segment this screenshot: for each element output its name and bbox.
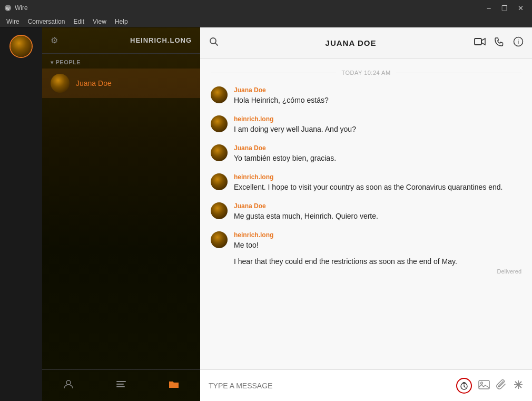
message-sender: heinrich.long [234,173,521,181]
avatar [211,231,228,248]
table-row: heinrich.long I am doing very well Juana… [211,115,521,135]
app-container: ⚙ HEINRICH.LONG ▾ PEOPLE Juana Doe [0,27,532,401]
contact-item-juana[interactable]: Juana Doe [42,69,200,98]
extras-icon[interactable] [513,379,524,392]
message-sender: Juana Doe [234,202,521,210]
people-section-label: ▾ PEOPLE [42,54,200,69]
chat-contact-name: JUANA DOE [228,38,474,47]
people-header: ⚙ HEINRICH.LONG [42,27,200,54]
avatar [211,173,228,190]
avatar-sidebar [0,27,42,401]
minimize-button[interactable]: – [481,3,496,13]
table-row: Juana Doe Yo también estoy bien, gracias… [211,144,521,164]
svg-point-6 [210,38,216,44]
message-sender: heinrich.long [234,231,521,239]
message-text: Excellent. I hope to visit your country … [234,182,521,193]
menu-help[interactable]: Help [111,17,132,26]
chat-input-area [200,369,532,401]
image-icon[interactable] [478,379,490,392]
menu-bar: Wire Conversation Edit View Help [0,16,532,27]
avatar[interactable] [9,35,33,58]
title-bar: w Wire – ❐ ✕ [0,0,532,16]
message-status: Delivered [497,267,521,276]
svg-rect-11 [479,380,489,389]
svg-text:i: i [518,38,519,45]
message-sender: heinrich.long [234,115,521,123]
messages-area[interactable]: TODAY 10:24 AM Juana Doe Hola Heinrich, … [200,59,532,369]
message-text: I am doing very well Juana. And you? [234,124,521,135]
app-icon: w [4,4,12,12]
svg-point-2 [66,380,71,385]
message-content: heinrich.long I am doing very well Juana… [234,115,521,135]
message-text: Me too! [234,240,521,251]
close-button[interactable]: ✕ [513,3,528,13]
chevron-down-icon: ▾ [51,60,54,65]
phone-call-icon[interactable] [494,36,505,50]
app-title: Wire [15,4,28,12]
message-sender: Juana Doe [234,144,521,152]
menu-conversation[interactable]: Conversation [24,17,70,26]
table-row: Juana Doe Me gusta esta much, Heinrich. … [211,202,521,222]
avatar [211,86,228,103]
title-bar-left: w Wire [4,4,28,12]
search-icon[interactable] [209,36,219,50]
svg-text:w: w [6,6,10,11]
menu-wire[interactable]: Wire [2,17,24,26]
svg-point-12 [481,382,483,384]
username-label: HEINRICH.LONG [130,36,192,44]
svg-rect-5 [116,386,125,387]
title-bar-controls: – ❐ ✕ [481,3,528,13]
table-row: Juana Doe Hola Heinrich, ¿cómo estás? [211,86,521,106]
message-sender: Juana Doe [234,86,521,94]
message-text: Me gusta esta much, Heinrich. Quiero ver… [234,211,521,222]
menu-view[interactable]: View [88,17,111,26]
table-row: heinrich.long Me too! I hear that they c… [211,231,521,267]
svg-rect-4 [116,384,124,385]
menu-edit[interactable]: Edit [69,17,88,26]
section-title: PEOPLE [56,59,81,65]
message-content: Juana Doe Me gusta esta much, Heinrich. … [234,202,521,222]
chat-header-actions: i [474,36,524,50]
chat-header: JUANA DOE i [200,27,532,59]
date-divider: TODAY 10:24 AM [211,70,521,76]
message-content: Juana Doe Hola Heinrich, ¿cómo estás? [234,86,521,106]
chat-panel: JUANA DOE i [200,27,532,401]
settings-icon[interactable]: ⚙ [51,35,58,45]
info-icon[interactable]: i [513,36,524,50]
attachment-icon[interactable] [496,379,507,393]
message-text: Yo también estoy bien, gracias. [234,153,521,164]
message-content: heinrich.long Excellent. I hope to visit… [234,173,521,193]
people-bottom-bar [42,369,200,401]
avatar [211,115,228,132]
people-panel: ⚙ HEINRICH.LONG ▾ PEOPLE Juana Doe [42,27,200,401]
svg-rect-3 [116,381,126,382]
folder-icon[interactable] [168,378,180,393]
avatar-image [11,36,32,57]
message-content: Juana Doe Yo también estoy bien, gracias… [234,144,521,164]
contact-name: Juana Doe [76,79,112,87]
avatar [211,202,228,219]
conversations-icon[interactable] [115,378,127,393]
video-call-icon[interactable] [474,37,486,49]
table-row: heinrich.long Excellent. I hope to visit… [211,173,521,193]
svg-rect-7 [475,38,481,45]
message-content: heinrich.long Me too! I hear that they c… [234,231,521,267]
message-text-2: I hear that they could end the restricti… [234,256,521,267]
avatar [211,144,228,161]
restore-button[interactable]: ❐ [497,3,512,13]
contact-avatar [51,74,70,93]
message-text: Hola Heinrich, ¿cómo estás? [234,95,521,106]
timer-icon[interactable] [456,378,472,394]
message-input[interactable] [209,382,450,390]
people-icon[interactable] [63,378,74,393]
